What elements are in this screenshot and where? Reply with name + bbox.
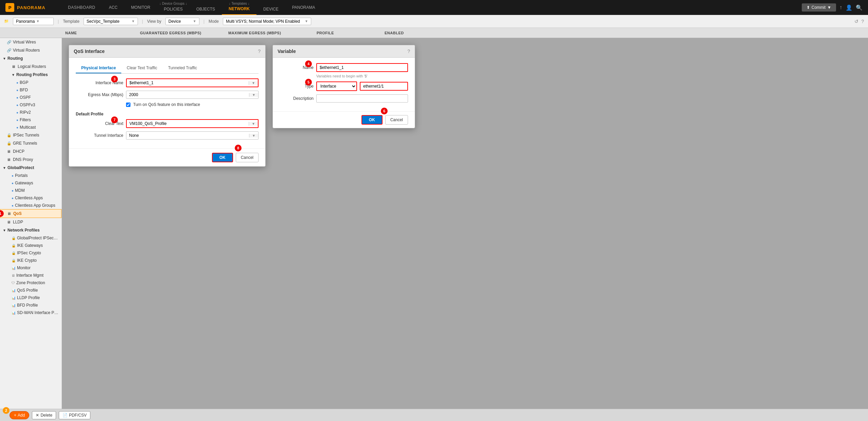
variable-modal-help-icon[interactable]: ? [407, 49, 410, 54]
egress-max-input[interactable] [126, 91, 249, 98]
routing-expand-icon: ▼ [3, 57, 6, 60]
sidebar-item-virtual-wires[interactable]: 🔗 Virtual Wires [0, 38, 61, 46]
sidebar-item-mdm[interactable]: ● MDM [0, 187, 61, 194]
tunnel-interface-chevron[interactable]: ▼ [249, 134, 258, 138]
sidebar-item-logical-routers[interactable]: 🖥 Logical Routers [0, 62, 61, 71]
sidebar-item-gp-ipsec-crypto[interactable]: 🔒 GlobalProtect IPSec Cry [0, 234, 61, 242]
egress-max-label: Egress Max (Mbps) [76, 92, 123, 97]
variable-modal-body: 4 Name Variables need to begin with '$' … [273, 58, 415, 111]
var-type-select[interactable]: Interface [317, 82, 356, 90]
sidebar-item-ike-gateways[interactable]: 🔒 IKE Gateways [0, 242, 61, 249]
sidebar-item-monitor[interactable]: 📊 Monitor [0, 264, 61, 272]
egress-max-chevron[interactable]: ▼ [249, 93, 258, 97]
sidebar-item-qos-profile[interactable]: 📊 QoS Profile [0, 287, 61, 294]
tunnel-interface-select-wrapper[interactable]: ▼ [126, 131, 259, 140]
sidebar-item-interface-mgmt[interactable]: 🖥 Interface Mgmt [0, 272, 61, 279]
template-select[interactable]: SecVpc_Template ▼ [84, 18, 138, 25]
pdf-csv-button[interactable]: 📄 PDF/CSV [59, 411, 90, 419]
nav-item-panorama[interactable]: PANORAMA [285, 0, 322, 15]
ipsec-crypto-icon: 🔒 [12, 251, 16, 255]
egress-max-select-wrapper[interactable]: ▼ [126, 91, 259, 99]
panorama-select[interactable]: Panorama ▼ [13, 18, 54, 25]
clear-text-chevron[interactable]: ▼ [249, 122, 258, 126]
nav-item-device[interactable]: DEVICE [256, 0, 285, 15]
gp-expand-icon: ▼ [3, 166, 6, 170]
ipsec-tunnels-icon: 🔒 [7, 133, 12, 138]
nav-item-acc[interactable]: ACC [102, 0, 124, 15]
sidebar-item-bfd-profile[interactable]: 📊 BFD Profile [0, 301, 61, 309]
sidebar-item-dhcp[interactable]: 🖥 DHCP [0, 147, 61, 155]
var-type-value-input[interactable] [360, 83, 408, 90]
tab-physical-interface[interactable]: Physical Interface [76, 63, 121, 73]
qos-feature-checkbox[interactable] [126, 103, 130, 107]
clear-text-input[interactable] [127, 120, 249, 127]
sidebar-item-lldp[interactable]: 🖥 LLDP [0, 218, 61, 226]
refresh-icon[interactable]: ↺ [854, 19, 858, 24]
var-type-value-wrapper[interactable]: ▼ [360, 82, 408, 91]
sidebar-item-sdwan-interface[interactable]: 📊 SD-WAN Interface Profile [0, 309, 61, 316]
sidebar-item-zone-protection[interactable]: 🛡 Zone Protection [0, 279, 61, 287]
user-icon[interactable]: 👤 [846, 4, 852, 11]
sidebar-item-gateways[interactable]: ● Gateways [0, 179, 61, 187]
sidebar-item-qos[interactable]: 1 🖥 QoS [0, 209, 61, 218]
sidebar-item-lldp-profile[interactable]: 📊 LLDP Profile [0, 294, 61, 301]
tunnel-interface-input[interactable] [126, 132, 249, 139]
sidebar-item-bfd[interactable]: ● BFD [0, 86, 61, 94]
interface-name-input[interactable] [127, 79, 249, 87]
nav-item-objects[interactable]: OBJECTS [190, 0, 222, 15]
nav-item-dashboard[interactable]: DASHBOARD [61, 0, 102, 15]
sidebar-item-clientless-app-groups[interactable]: ● Clientless App Groups [0, 202, 61, 209]
upload-icon[interactable]: ↑ [839, 4, 842, 11]
delete-button[interactable]: ✕ Delete [32, 411, 56, 419]
sidebar-item-gre-tunnels[interactable]: 🔒 GRE Tunnels [0, 139, 61, 147]
nav-item-network[interactable]: ↓ Templates ↓ NETWORK [222, 0, 256, 15]
th-maximum: MAXIMUM EGRESS (MBPS) [228, 31, 317, 35]
sidebar-group-routing-profiles[interactable]: ▼ Routing Profiles [0, 71, 61, 79]
device-groups-label-policies: ↓ Device Groups ↓ [159, 2, 187, 5]
sdwan-icon: 📊 [12, 311, 16, 315]
sidebar-item-ipsec-crypto[interactable]: 🔒 IPSec Crypto [0, 249, 61, 257]
interface-name-select-wrapper[interactable]: ▼ [126, 78, 259, 87]
sidebar-item-portals[interactable]: ● Portals [0, 172, 61, 179]
sidebar-item-ospf[interactable]: ● OSPF [0, 94, 61, 101]
qos-cancel-button[interactable]: Cancel [236, 153, 259, 162]
sidebar-group-network-profiles[interactable]: ▼ Network Profiles [0, 226, 61, 234]
gateways-icon: ● [12, 181, 14, 185]
search-icon[interactable]: 🔍 [856, 4, 863, 11]
sidebar-item-clientless-apps[interactable]: ● Clientless Apps [0, 194, 61, 202]
logo[interactable]: P PANORAMA [0, 3, 61, 12]
variable-ok-button[interactable]: OK [361, 115, 383, 125]
qos-modal-help-icon[interactable]: ? [258, 49, 261, 54]
sidebar-item-virtual-routers[interactable]: 🔗 Virtual Routers [0, 46, 61, 54]
sidebar-item-ipsec-tunnels[interactable]: 🔒 IPSec Tunnels [0, 131, 61, 139]
var-description-input[interactable] [316, 94, 408, 103]
tab-clear-text-traffic[interactable]: Clear Text Traffic [121, 63, 163, 73]
mode-select[interactable]: Multi VSYS; Normal Mode; VPN Enabled ▼ [223, 18, 311, 25]
commit-button[interactable]: ⬆ Commit ▼ [802, 3, 836, 12]
sidebar-item-ripv2[interactable]: ● RIPv2 [0, 109, 61, 116]
clear-text-select-wrapper[interactable]: ▼ [126, 119, 259, 128]
sidebar-item-dns-proxy[interactable]: 🖥 DNS Proxy [0, 155, 61, 164]
sidebar-item-ospfv3[interactable]: ● OSPFv3 [0, 101, 61, 109]
sidebar-group-routing[interactable]: ▼ Routing [0, 54, 61, 62]
nav-item-monitor[interactable]: MONITOR [124, 0, 157, 15]
lldp-icon: 🖥 [7, 220, 12, 224]
sidebar-item-ike-crypto[interactable]: 🔒 IKE Crypto [0, 257, 61, 264]
nav-item-policies[interactable]: ↓ Device Groups ↓ POLICIES [157, 0, 189, 15]
tab-tunneled-traffic[interactable]: Tunneled Traffic [163, 63, 202, 73]
sidebar-item-multicast[interactable]: ● Multicast [0, 124, 61, 131]
sidebar-item-bgp[interactable]: ● BGP [0, 79, 61, 86]
var-type-select-wrapper[interactable]: Interface [316, 81, 357, 91]
viewby-select[interactable]: Device ▼ [165, 18, 199, 25]
qos-ok-button[interactable]: OK [212, 153, 233, 162]
sidebar-item-filters[interactable]: ● Filters [0, 116, 61, 124]
help-icon[interactable]: ? [861, 19, 864, 24]
add-button[interactable]: + Add [10, 411, 29, 419]
variable-cancel-button[interactable]: Cancel [385, 115, 408, 125]
app-name: PANORAMA [17, 5, 46, 10]
interface-name-chevron[interactable]: ▼ [249, 81, 258, 85]
sidebar-group-globalprotect[interactable]: ▼ GlobalProtect [0, 164, 61, 172]
var-name-input[interactable] [316, 63, 408, 72]
ike-gw-icon: 🔒 [12, 244, 16, 248]
default-profile-section: Default Profile [76, 112, 259, 116]
